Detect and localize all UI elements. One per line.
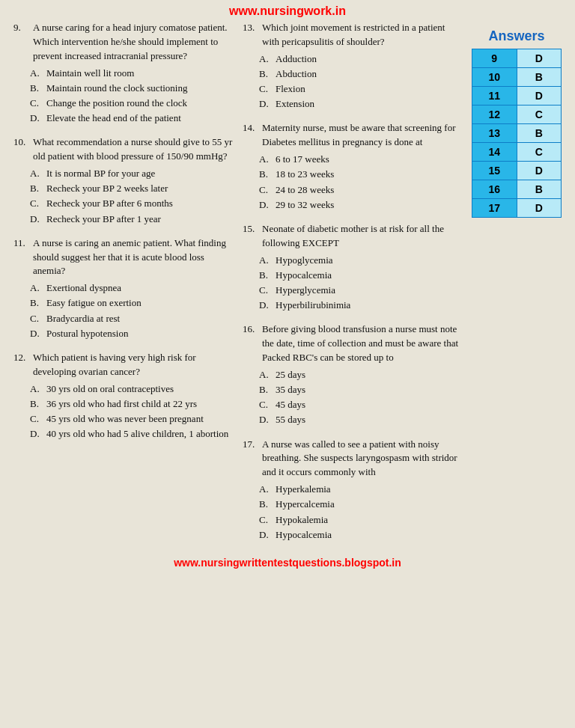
answer-row: 13B xyxy=(472,124,562,143)
question-number: 10. xyxy=(13,135,30,164)
option-text: Easy fatigue on exertion xyxy=(46,296,142,310)
options-list: A.HypoglycemiaB.HypocalcemiaC.Hyperglyce… xyxy=(259,254,464,313)
option-letter: C. xyxy=(30,312,43,325)
option-item: D.55 days xyxy=(259,413,464,426)
options-list: A.Exertional dyspneaB.Easy fatigue on ex… xyxy=(30,281,235,340)
option-text: Bradycardia at rest xyxy=(46,312,120,325)
question-block: 9.A nurse caring for a head injury comat… xyxy=(13,21,235,125)
question-body: What recommendation a nurse should give … xyxy=(33,135,235,164)
answer-value: D xyxy=(517,49,562,68)
option-text: Hypocalcemia xyxy=(276,528,332,542)
question-body: Neonate of diabetic mother is at risk fo… xyxy=(262,222,464,251)
options-list: A.HyperkalemiaB.HypercalcemiaC.Hypokalem… xyxy=(259,483,464,542)
question-number: 17. xyxy=(243,438,259,480)
option-letter: B. xyxy=(259,269,273,282)
answer-number: 9 xyxy=(472,49,517,68)
option-letter: C. xyxy=(30,412,43,426)
options-list: A.AdductionB.AbductionC.FlexionD.Extensi… xyxy=(259,52,464,111)
option-item: C.Flexion xyxy=(259,82,464,96)
option-text: 29 to 32 weeks xyxy=(276,198,334,212)
option-text: Postural hypotension xyxy=(46,327,128,340)
question-block: 15.Neonate of diabetic mother is at risk… xyxy=(243,222,464,312)
question-number: 9. xyxy=(13,21,30,64)
answer-number: 14 xyxy=(472,143,517,162)
answer-number: 13 xyxy=(472,124,517,143)
answer-number: 11 xyxy=(472,87,517,105)
question-number: 13. xyxy=(243,21,259,49)
option-letter: D. xyxy=(30,111,43,125)
answer-number: 17 xyxy=(472,199,517,218)
option-item: B.Maintain round the clock suctioning xyxy=(30,82,235,95)
option-letter: B. xyxy=(30,182,43,195)
question-body: A nurse was called to see a patient with… xyxy=(262,438,464,480)
answer-number: 16 xyxy=(472,180,517,199)
option-letter: B. xyxy=(30,296,43,310)
option-letter: B. xyxy=(30,82,43,95)
option-item: A.25 days xyxy=(259,368,464,382)
option-text: Recheck your BP 2 weeks later xyxy=(46,182,168,195)
option-text: 6 to 17 weeks xyxy=(276,153,329,166)
question-block: 16.Before giving blood transfusion a nur… xyxy=(243,322,464,426)
option-text: 18 to 23 weeks xyxy=(276,168,334,181)
option-text: Hypocalcemia xyxy=(276,269,332,282)
answer-row: 12C xyxy=(472,105,562,124)
option-item: A.6 to 17 weeks xyxy=(259,153,464,166)
option-item: B.Abduction xyxy=(259,67,464,81)
answers-title: Answers xyxy=(472,28,562,44)
options-list: A.6 to 17 weeksB.18 to 23 weeksC.24 to 2… xyxy=(259,153,464,212)
option-item: A.It is normal BP for your age xyxy=(30,167,235,180)
option-letter: D. xyxy=(259,413,273,426)
option-letter: D. xyxy=(30,327,43,340)
option-text: Hyperbilirubinimia xyxy=(276,299,350,312)
options-list: A.30 yrs old on oral contraceptivesB.36 … xyxy=(30,382,235,441)
option-item: B.18 to 23 weeks xyxy=(259,168,464,181)
answer-value: C xyxy=(517,105,562,124)
option-item: B.36 yrs old who had first child at 22 y… xyxy=(30,397,235,411)
option-letter: C. xyxy=(259,284,273,297)
question-body: Maternity nurse, must be aware that scre… xyxy=(262,121,464,150)
option-item: D.Hypocalcemia xyxy=(259,528,464,542)
option-text: Exertional dyspnea xyxy=(46,281,121,295)
option-item: C.Hyperglycemia xyxy=(259,284,464,297)
answer-row: 10B xyxy=(472,68,562,87)
option-item: A.Hypoglycemia xyxy=(259,254,464,267)
question-body: Before giving blood transfusion a nurse … xyxy=(262,322,464,365)
option-letter: A. xyxy=(30,281,43,295)
option-item: D.Extension xyxy=(259,97,464,111)
question-body: Which joint movement is restricted in a … xyxy=(262,21,464,49)
option-text: Maintain round the clock suctioning xyxy=(46,82,187,95)
option-text: Hyperkalemia xyxy=(276,483,331,496)
option-letter: C. xyxy=(259,513,273,527)
option-letter: D. xyxy=(259,528,273,542)
option-text: 55 days xyxy=(276,413,305,426)
option-text: 25 days xyxy=(276,368,305,382)
question-text: 16.Before giving blood transfusion a nur… xyxy=(243,322,464,365)
options-list: A.Maintain well lit roomB.Maintain round… xyxy=(30,67,235,126)
answer-value: B xyxy=(517,68,562,87)
option-letter: B. xyxy=(30,397,43,411)
question-text: 13.Which joint movement is restricted in… xyxy=(243,21,464,49)
option-item: B.35 days xyxy=(259,383,464,397)
question-block: 11.A nurse is caring an anemic patient. … xyxy=(13,236,235,340)
answer-number: 12 xyxy=(472,105,517,124)
answer-value: B xyxy=(517,180,562,199)
option-letter: D. xyxy=(30,427,43,441)
question-text: 17.A nurse was called to see a patient w… xyxy=(243,438,464,480)
option-text: Abduction xyxy=(276,67,317,81)
option-letter: B. xyxy=(259,67,273,81)
option-letter: A. xyxy=(30,67,43,80)
answers-panel: Answers 9D10B11D12C13B14C15D16B17D xyxy=(472,21,562,552)
option-text: 36 yrs old who had first child at 22 yrs xyxy=(46,397,197,411)
option-letter: B. xyxy=(259,498,273,511)
answer-row: 11D xyxy=(472,87,562,105)
option-text: 45 days xyxy=(276,398,305,412)
option-text: 40 yrs old who had 5 alive children, 1 a… xyxy=(46,427,228,441)
option-item: C.24 to 28 weeks xyxy=(259,183,464,197)
option-item: B.Easy fatigue on exertion xyxy=(30,296,235,310)
question-block: 10.What recommendation a nurse should gi… xyxy=(13,135,235,225)
option-item: C.45 yrs old who was never been pregnant xyxy=(30,412,235,426)
question-text: 9.A nurse caring for a head injury comat… xyxy=(13,21,235,64)
option-letter: C. xyxy=(30,197,43,210)
option-letter: C. xyxy=(259,398,273,412)
option-item: D.Recheck your BP after 1 year xyxy=(30,212,235,226)
